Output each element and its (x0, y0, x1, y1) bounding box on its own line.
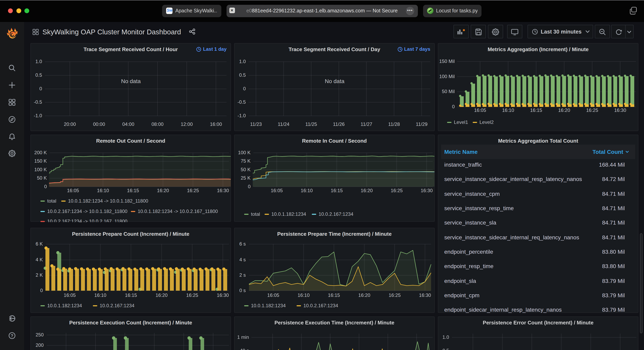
svg-text:16:05: 16:05 (267, 293, 279, 298)
svg-text:1.0: 1.0 (36, 59, 42, 64)
svg-text:11/28: 11/28 (388, 122, 400, 127)
svg-text:16:25: 16:25 (187, 188, 199, 193)
svg-text:10.0.2.167:1234: 10.0.2.167:1234 (304, 303, 338, 308)
svg-text:25 K: 25 K (241, 175, 250, 180)
svg-text:0.5: 0.5 (442, 348, 449, 350)
svg-text:16:10: 16:10 (298, 293, 310, 298)
svg-text:10.0.2.167:1234 -> 10.0.2.167_: 10.0.2.167:1234 -> 10.0.2.167_11800 (47, 218, 128, 222)
svg-text:10.0.1.182:1234: 10.0.1.182:1234 (47, 303, 82, 308)
svg-text:00:00: 00:00 (93, 122, 105, 127)
svg-text:08:00: 08:00 (152, 122, 164, 127)
svg-text:16:10: 16:10 (94, 293, 106, 298)
svg-text:100 K: 100 K (34, 167, 47, 172)
svg-text:50 Mil: 50 Mil (442, 89, 455, 94)
svg-text:16:05: 16:05 (67, 188, 79, 193)
svg-text:16:25: 16:25 (389, 293, 401, 298)
svg-text:No data: No data (121, 78, 141, 84)
svg-text:16:25: 16:25 (391, 188, 403, 193)
svg-text:150 K: 150 K (34, 158, 47, 164)
svg-text:0 s: 0 s (239, 288, 246, 293)
svg-text:1.0: 1.0 (442, 335, 449, 340)
svg-text:16:15: 16:15 (127, 188, 139, 193)
svg-text:0: 0 (243, 86, 246, 91)
svg-text:16:20: 16:20 (157, 188, 169, 193)
svg-text:16:20: 16:20 (558, 108, 570, 113)
svg-text:1 min: 1 min (237, 335, 249, 340)
svg-text:16:10: 16:10 (502, 108, 514, 113)
svg-text:?: ? (10, 333, 13, 338)
svg-text:16:30: 16:30 (217, 188, 229, 193)
svg-text:4 s: 4 s (239, 257, 246, 262)
svg-text:16:25: 16:25 (186, 293, 198, 298)
svg-text:10.0.1.182:1234 -> 10.0.1.182_: 10.0.1.182:1234 -> 10.0.1.182_11800 (68, 198, 148, 203)
svg-text:16:05: 16:05 (474, 108, 486, 113)
svg-text:Level2: Level2 (480, 120, 494, 125)
svg-text:6 s: 6 s (239, 241, 246, 246)
svg-text:2 s: 2 s (239, 272, 246, 278)
svg-text:total: total (251, 211, 260, 217)
svg-text:16:05: 16:05 (271, 188, 283, 193)
svg-text:16:15: 16:15 (331, 188, 343, 193)
svg-text:1.0: 1.0 (239, 59, 246, 64)
svg-text:16:15: 16:15 (328, 293, 340, 298)
svg-text:0: 0 (452, 104, 455, 109)
svg-text:250: 250 (36, 332, 44, 338)
svg-text:16:30: 16:30 (419, 293, 431, 298)
svg-text:0: 0 (44, 184, 47, 189)
svg-text:75 K: 75 K (241, 158, 250, 164)
svg-text:16:20: 16:20 (360, 188, 373, 193)
svg-text:2 K: 2 K (36, 272, 43, 278)
svg-text:40 s: 40 s (240, 348, 249, 350)
svg-text:11/26: 11/26 (333, 122, 344, 127)
svg-text:16:10: 16:10 (97, 188, 109, 193)
svg-text:11/29: 11/29 (416, 122, 428, 127)
svg-text:11/23: 11/23 (250, 122, 262, 127)
svg-text:20:00: 20:00 (64, 122, 76, 127)
svg-text:16:30: 16:30 (217, 293, 229, 298)
svg-text:10.0.2.167:1234 -> 10.0.1.182_: 10.0.2.167:1234 -> 10.0.1.182_11800 (47, 208, 128, 214)
svg-text:12:00: 12:00 (181, 122, 193, 127)
svg-text:11/24: 11/24 (278, 122, 290, 127)
svg-text:No data: No data (325, 78, 344, 84)
svg-text:16:00: 16:00 (210, 122, 222, 127)
svg-text:0: 0 (40, 86, 42, 91)
svg-text:0: 0 (40, 288, 43, 293)
svg-text:total: total (47, 198, 56, 203)
svg-text:100 Mil: 100 Mil (439, 74, 455, 79)
svg-text:0.5: 0.5 (36, 72, 42, 78)
svg-text:16:15: 16:15 (530, 108, 542, 113)
svg-text:-1.0: -1.0 (34, 113, 42, 118)
svg-text:6 K: 6 K (36, 241, 43, 246)
svg-text:16:30: 16:30 (421, 188, 433, 193)
svg-text:10.0.1.182:1234: 10.0.1.182:1234 (251, 303, 286, 308)
svg-text:150 Mil: 150 Mil (439, 58, 455, 64)
svg-text:-1.0: -1.0 (238, 113, 246, 118)
svg-text:50 K: 50 K (241, 167, 250, 172)
svg-text:16:30: 16:30 (614, 108, 626, 113)
svg-text:0.5: 0.5 (239, 72, 246, 78)
svg-text:10.0.1.182:1234: 10.0.1.182:1234 (271, 211, 306, 217)
svg-text:16:25: 16:25 (586, 108, 598, 113)
svg-text:0: 0 (248, 184, 250, 189)
svg-text:11/25: 11/25 (306, 122, 317, 127)
svg-text:-0.5: -0.5 (238, 99, 246, 105)
svg-text:10.0.2.167:1234: 10.0.2.167:1234 (318, 211, 354, 217)
svg-text:4 K: 4 K (36, 257, 43, 262)
svg-text:11/27: 11/27 (360, 122, 372, 127)
svg-text:16:10: 16:10 (301, 188, 313, 193)
svg-text:200 K: 200 K (34, 150, 47, 155)
svg-text:16:05: 16:05 (64, 293, 76, 298)
svg-text:10.0.1.182:1234 -> 10.0.2.167_: 10.0.1.182:1234 -> 10.0.2.167_11800 (138, 208, 218, 214)
svg-text:16:20: 16:20 (358, 293, 370, 298)
svg-text:10.0.2.167:1234: 10.0.2.167:1234 (100, 303, 134, 308)
svg-text:50 K: 50 K (37, 175, 47, 180)
svg-text:200: 200 (36, 343, 44, 348)
svg-text:16:15: 16:15 (125, 293, 137, 298)
svg-text:Level1: Level1 (454, 120, 468, 125)
svg-text:16:20: 16:20 (156, 293, 168, 298)
svg-text:-0.5: -0.5 (34, 99, 42, 105)
svg-text:04:00: 04:00 (122, 122, 134, 127)
svg-text:100 K: 100 K (238, 150, 250, 155)
